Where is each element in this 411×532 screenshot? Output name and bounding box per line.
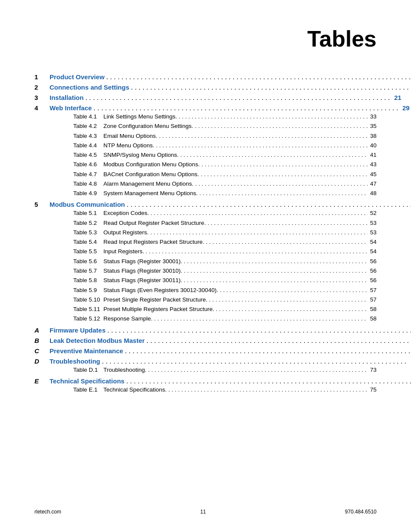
sub-row-4-5[interactable]: Table 4.6Modbus Configuration Menu Optio… [34,160,377,169]
footer-right: 970.484.6510 [345,509,377,515]
sub-number-5-10: Table 5.11 [73,305,103,314]
section-main-line-3[interactable]: 3Installation . . . . . . . . . . . . . … [34,94,377,102]
page-container: Tables 1Product Overview . . . . . . . .… [0,0,411,532]
sub-row-5-3[interactable]: Table 5.4Read Input Registers Packet Str… [34,237,377,247]
appendix-title-C[interactable]: Preventive Maintenance [50,347,123,355]
section-title-2[interactable]: Connections and Settings [50,84,129,91]
footer-center: 11 [200,509,206,515]
sub-row-4-6[interactable]: Table 4.7BACnet Configuration Menu Optio… [34,170,377,179]
sub-row-5-9[interactable]: Table 5.10Preset Single Register Packet … [34,295,377,305]
appendix-main-line-A[interactable]: AFirmware Updates . . . . . . . . . . . … [34,327,377,334]
appendix-sub-title-D-0: Troubleshooting [103,365,145,375]
sub-page-4-1: 35 [367,121,377,131]
section-title-5[interactable]: Modbus Communication [50,201,125,208]
sub-page-5-3: 54 [367,237,377,247]
sub-dots-5-1: . . . . . . . . . . . . . . . . . . . . … [204,218,367,228]
sub-page-4-4: 41 [367,150,377,160]
sub-row-5-4[interactable]: Table 5.5Input Registers . . . . . . . .… [34,247,377,256]
appendix-main-line-C[interactable]: CPreventive Maintenance . . . . . . . . … [34,347,377,355]
sub-row-5-8[interactable]: Table 5.9Status Flags (Even Registers 30… [34,286,377,295]
sub-dots-4-2: . . . . . . . . . . . . . . . . . . . . … [156,131,367,141]
page-footer: rletech.com 11 970.484.6510 [0,509,411,515]
sub-row-4-0[interactable]: Table 4.1Link Settings Menu Settings . .… [34,112,377,121]
appendix-title-D[interactable]: Troubleshooting [50,358,100,365]
sub-dots-4-6: . . . . . . . . . . . . . . . . . . . . … [197,170,367,179]
appendix-sub-row-D-0[interactable]: Table D.1Troubleshooting . . . . . . . .… [34,365,377,375]
sub-dots-5-0: . . . . . . . . . . . . . . . . . . . . … [147,208,367,218]
sub-page-5-11: 58 [367,314,377,324]
sub-row-5-6[interactable]: Table 5.7Status Flags (Register 30010) .… [34,266,377,276]
section-main-line-4[interactable]: 4Web Interface . . . . . . . . . . . . .… [34,104,377,112]
sub-page-5-5: 56 [367,257,377,266]
sub-number-5-11: Table 5.12 [73,314,103,324]
appendix-letter-B: B [34,337,50,344]
sub-number-4-0: Table 4.1 [73,112,103,121]
sub-row-4-2[interactable]: Table 4.3Email Menu Options . . . . . . … [34,131,377,141]
sub-title-4-0: Link Settings Menu Settings [103,112,175,121]
sub-dots-5-3: . . . . . . . . . . . . . . . . . . . . … [202,237,367,247]
appendix-content-A: Firmware Updates . . . . . . . . . . . .… [50,327,411,334]
sub-number-5-3: Table 5.4 [73,237,103,247]
appendix-title-E[interactable]: Technical Specifications [50,377,125,385]
sub-row-4-3[interactable]: Table 4.4NTP Menu Options . . . . . . . … [34,141,377,150]
appendix-title-A[interactable]: Firmware Updates [50,327,106,334]
sub-row-5-0[interactable]: Table 5.1Exception Codes . . . . . . . .… [34,208,377,218]
sub-title-4-5: Modbus Configuration Menu Options [103,160,198,169]
appendix-block-C: CPreventive Maintenance . . . . . . . . … [34,347,377,355]
section-dots-2: . . . . . . . . . . . . . . . . . . . . … [129,84,411,91]
appendix-block-A: AFirmware Updates . . . . . . . . . . . … [34,327,377,334]
appendix-sub-number-D-0: Table D.1 [73,365,103,375]
appendix-dots-B: . . . . . . . . . . . . . . . . . . . . … [145,337,411,345]
section-content-4: Web Interface . . . . . . . . . . . . . … [50,104,410,112]
appendix-dots-E: . . . . . . . . . . . . . . . . . . . . … [125,377,411,385]
sub-row-4-1[interactable]: Table 4.2Zone Configuration Menu Setting… [34,121,377,131]
sub-title-5-4: Input Registers [103,247,143,256]
section-title-3[interactable]: Installation [50,94,84,101]
sub-row-5-2[interactable]: Table 5.3Output Registers . . . . . . . … [34,228,377,237]
sub-row-5-10[interactable]: Table 5.11Preset Multiple Registers Pack… [34,305,377,314]
sub-page-4-8: 48 [367,189,377,198]
sub-page-5-8: 57 [367,286,377,295]
sub-title-4-8: System Management Menu Options [103,189,196,198]
section-number-4: 4 [34,104,50,112]
appendix-block-D: DTroubleshooting . . . . . . . . . . . .… [34,358,377,375]
section-number-3: 3 [34,94,50,101]
appendix-main-line-E[interactable]: ETechnical Specifications . . . . . . . … [34,377,377,385]
sub-title-5-6: Status Flags (Register 30010) [103,266,181,276]
footer-left: rletech.com [34,509,61,515]
section-block-3: 3Installation . . . . . . . . . . . . . … [34,94,377,102]
appendix-main-line-D[interactable]: DTroubleshooting . . . . . . . . . . . .… [34,358,377,365]
appendix-title-B[interactable]: Leak Detection Modbus Master [50,337,145,344]
sub-row-5-1[interactable]: Table 5.2Read Output Register Packet Str… [34,218,377,228]
sub-title-5-8: Status Flags (Even Registers 30012-30040… [103,286,217,295]
section-main-line-2[interactable]: 2Connections and Settings . . . . . . . … [34,84,377,91]
section-main-line-1[interactable]: 1Product Overview . . . . . . . . . . . … [34,73,377,81]
sub-number-4-3: Table 4.4 [73,141,103,150]
sub-row-5-7[interactable]: Table 5.8Status Flags (Register 30011) .… [34,276,377,285]
sub-title-4-3: NTP Menu Options [103,141,153,150]
section-content-2: Connections and Settings . . . . . . . .… [50,84,411,91]
sub-row-5-11[interactable]: Table 5.12Response Sample . . . . . . . … [34,314,377,324]
appendix-sub-row-E-0[interactable]: Table E.1Technical Specifications . . . … [34,385,377,395]
sub-page-4-6: 45 [367,170,377,179]
sub-number-4-1: Table 4.2 [73,121,103,131]
section-title-1[interactable]: Product Overview [50,73,105,81]
appendix-sub-page-D-0: 73 [367,365,377,375]
appendix-dots-C: . . . . . . . . . . . . . . . . . . . . … [123,347,411,355]
sub-title-5-0: Exception Codes [103,208,147,218]
sub-row-4-8[interactable]: Table 4.9System Management Menu Options … [34,189,377,198]
section-main-line-5[interactable]: 5Modbus Communication . . . . . . . . . … [34,201,377,208]
section-block-4: 4Web Interface . . . . . . . . . . . . .… [34,104,377,198]
sub-row-4-4[interactable]: Table 4.5SNMP/Syslog Menu Options . . . … [34,150,377,160]
appendix-content-B: Leak Detection Modbus Master . . . . . .… [50,337,411,345]
sub-page-4-3: 40 [367,141,377,150]
section-block-5: 5Modbus Communication . . . . . . . . . … [34,201,377,324]
appendix-main-line-B[interactable]: BLeak Detection Modbus Master . . . . . … [34,337,377,345]
section-number-1: 1 [34,73,50,81]
sub-page-5-10: 58 [367,305,377,314]
sub-row-4-7[interactable]: Table 4.8Alarm Management Menu Options .… [34,179,377,189]
section-title-4[interactable]: Web Interface [50,104,92,112]
section-number-5: 5 [34,201,50,208]
sub-row-5-5[interactable]: Table 5.6Status Flags (Register 30001) .… [34,257,377,266]
sub-title-5-10: Preset Multiple Registers Packet Structu… [103,305,213,314]
